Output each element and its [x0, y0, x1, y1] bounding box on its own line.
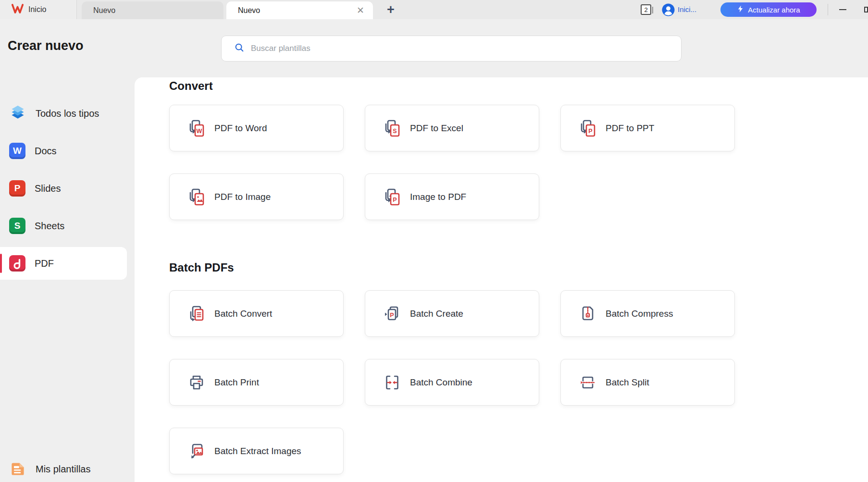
tab-home[interactable]: Inicio [0, 0, 77, 19]
tab-home-label: Inicio [28, 5, 46, 14]
card-label: Batch Convert [214, 309, 272, 319]
sidebar: Todos los tipos W Docs P Slides S Sheets… [0, 19, 135, 482]
search-input[interactable] [251, 44, 681, 53]
card-pdf-to-excel[interactable]: S PDF to Excel [365, 105, 539, 151]
window-count-badge[interactable]: 2 [641, 4, 651, 15]
sign-in-label[interactable]: Inici... [678, 5, 696, 13]
all-types-icon [9, 105, 26, 122]
batch-convert-icon [187, 304, 206, 323]
card-grid: W PDF to Word S PDF to Excel P PDF to PP… [169, 105, 868, 220]
new-tab-button[interactable]: + [384, 2, 398, 17]
tab-bar: Inicio Nuevo Nuevo ✕ + 2 Inici... Actual… [0, 0, 868, 19]
svg-text:P: P [588, 127, 592, 134]
lightning-icon [737, 5, 744, 14]
card-label: Batch Combine [410, 377, 472, 388]
pdf-to-excel-icon: S [383, 119, 402, 138]
svg-text:P: P [390, 312, 394, 319]
card-pdf-to-ppt[interactable]: P PDF to PPT [560, 105, 735, 151]
sidebar-item-todos-los-tipos[interactable]: Todos los tipos [0, 97, 127, 130]
card-label: Image to PDF [410, 192, 466, 202]
restore-button[interactable] [860, 0, 868, 19]
card-batch-split[interactable]: Batch Split [560, 359, 735, 406]
svg-text:P: P [393, 196, 397, 203]
section-batch-pdfs: Batch PDFs Batch Convert P Batch Create … [169, 261, 868, 474]
card-batch-combine[interactable]: Batch Combine [365, 359, 539, 406]
close-tab-icon[interactable]: ✕ [355, 5, 366, 16]
tab-nuevo-background[interactable]: Nuevo [82, 1, 223, 19]
sidebar-item-slides[interactable]: P Slides [0, 172, 127, 205]
wps-logo-icon [12, 3, 24, 16]
card-label: Batch Print [214, 377, 259, 388]
sidebar-item-mis-plantillas[interactable]: Mis plantillas [0, 453, 127, 482]
card-batch-compress[interactable]: Batch Compress [560, 290, 735, 337]
search-icon [234, 42, 245, 55]
sidebar-item-label: Docs [35, 146, 57, 157]
batch-split-icon [578, 373, 597, 392]
section-title: Convert [169, 79, 868, 93]
card-pdf-to-word[interactable]: W PDF to Word [169, 105, 344, 151]
svg-text:W: W [197, 127, 202, 134]
card-image-to-pdf[interactable]: P Image to PDF [365, 173, 539, 220]
card-label: PDF to PPT [606, 123, 654, 134]
batch-compress-icon [578, 304, 597, 323]
section-title: Batch PDFs [169, 261, 868, 274]
card-label: Batch Extract Images [214, 446, 301, 457]
card-label: Batch Split [606, 377, 649, 388]
sidebar-item-label: PDF [35, 258, 54, 269]
sidebar-item-label: Sheets [35, 221, 64, 232]
card-batch-convert[interactable]: Batch Convert [169, 290, 344, 337]
template-content-panel: Convert W PDF to Word S PDF to Excel P P… [135, 77, 868, 482]
card-label: PDF to Word [214, 123, 267, 134]
tab-label: Nuevo [238, 6, 260, 15]
card-label: Batch Create [410, 309, 463, 319]
sidebar-item-docs[interactable]: W Docs [0, 135, 127, 167]
tab-label: Nuevo [93, 6, 115, 15]
card-label: PDF to Excel [410, 123, 463, 134]
card-label: PDF to Image [214, 192, 271, 202]
tab-nuevo-active[interactable]: Nuevo ✕ [226, 1, 373, 19]
batch-extract-images-icon [187, 442, 206, 461]
minimize-button[interactable] [834, 0, 851, 19]
pdf-icon [9, 255, 25, 272]
sidebar-item-label: Slides [35, 183, 61, 194]
update-now-label: Actualizar ahora [748, 6, 800, 14]
svg-text:S: S [393, 127, 397, 134]
slides-icon: P [9, 180, 25, 197]
sidebar-item-label: Todos los tipos [36, 108, 99, 119]
sidebar-item-label: Mis plantillas [36, 464, 90, 475]
batch-print-icon [187, 373, 206, 392]
batch-combine-icon [383, 373, 402, 392]
sheets-icon: S [9, 218, 25, 234]
my-templates-icon [9, 460, 26, 478]
user-avatar[interactable] [662, 3, 675, 16]
search-bar[interactable] [221, 36, 682, 62]
section-convert: Convert W PDF to Word S PDF to Excel P P… [169, 79, 868, 220]
pdf-to-image-icon [187, 187, 206, 207]
card-batch-extract-images[interactable]: Batch Extract Images [169, 428, 344, 474]
sidebar-item-sheets[interactable]: S Sheets [0, 210, 127, 242]
sidebar-item-pdf[interactable]: PDF [0, 247, 127, 280]
topbar-divider [828, 4, 828, 15]
card-grid: Batch Convert P Batch Create Batch Compr… [169, 290, 868, 474]
image-to-pdf-icon: P [383, 187, 402, 207]
update-now-button[interactable]: Actualizar ahora [720, 2, 817, 17]
card-label: Batch Compress [606, 309, 673, 319]
batch-create-icon: P [383, 304, 402, 323]
card-batch-print[interactable]: Batch Print [169, 359, 344, 406]
pdf-to-word-icon: W [187, 119, 206, 138]
pdf-to-ppt-icon: P [578, 119, 597, 138]
card-batch-create[interactable]: P Batch Create [365, 290, 539, 337]
card-pdf-to-image[interactable]: PDF to Image [169, 173, 344, 220]
docs-icon: W [9, 143, 25, 159]
